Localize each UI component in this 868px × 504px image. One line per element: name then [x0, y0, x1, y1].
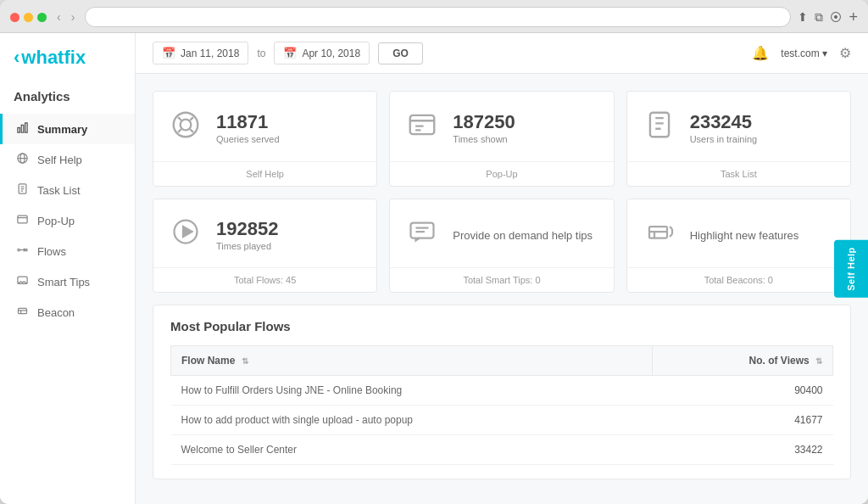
views-cell: 90400 — [653, 376, 833, 406]
stat-info: 192852 Times played — [216, 219, 278, 251]
nav-buttons: ‹ › — [53, 8, 78, 25]
sort-icon: ⇅ — [815, 356, 822, 366]
stat-number: 11871 — [216, 112, 280, 132]
col-flow-name[interactable]: Flow Name ⇅ — [171, 346, 653, 376]
menu-icon[interactable]: ⦿ — [830, 10, 842, 24]
date-from-value: Jan 11, 2018 — [181, 48, 239, 59]
sidebar-item-label: Smart Tips — [37, 276, 90, 288]
stat-label: Times played — [216, 241, 278, 251]
self-help-tab[interactable]: Self Help — [834, 240, 868, 298]
main-wrapper: 📅 Jan 11, 2018 to 📅 Apr 10, 2018 GO 🔔 te… — [136, 33, 868, 504]
beacon-stat-icon — [641, 216, 678, 254]
maximize-button[interactable] — [37, 13, 47, 22]
browser-actions: ⬆ ⧉ ⦿ + — [798, 8, 858, 26]
user-label: test.com ▾ — [781, 48, 827, 59]
user-menu[interactable]: test.com ▾ — [781, 48, 827, 59]
new-tab-button[interactable]: + — [849, 8, 858, 26]
logo-text: whatfix — [21, 47, 86, 69]
table-row: Welcome to Seller Center 33422 — [171, 435, 833, 465]
sidebar-item-label: Self Help — [37, 154, 82, 166]
forward-button[interactable]: › — [68, 8, 79, 25]
svg-marker-34 — [183, 227, 192, 237]
stat-card-footer: Pop-Up — [390, 161, 613, 186]
to-label: to — [257, 48, 265, 59]
svg-line-23 — [190, 129, 193, 132]
stat-label: Times shown — [453, 134, 515, 144]
svg-line-24 — [178, 129, 181, 132]
sidebar-item-task-list[interactable]: Task List — [0, 175, 135, 205]
tips-icon — [16, 274, 29, 289]
svg-point-20 — [181, 120, 192, 131]
date-to-input[interactable]: 📅 Apr 10, 2018 — [274, 42, 370, 64]
stats-row-1: 11871 Queries served Self Help — [153, 91, 851, 187]
views-cell: 41677 — [653, 406, 833, 435]
go-button[interactable]: GO — [378, 42, 423, 64]
stat-card-body: Highlight new features — [627, 199, 850, 267]
main-content: 📅 Jan 11, 2018 to 📅 Apr 10, 2018 GO 🔔 te… — [136, 33, 868, 504]
table-body: How to Fulfill Orders Using JNE - Online… — [171, 376, 833, 465]
play-icon — [167, 216, 204, 254]
stat-info: 187250 Times shown — [453, 112, 515, 144]
col-views[interactable]: No. of Views ⇅ — [653, 346, 833, 376]
close-button[interactable] — [10, 13, 19, 22]
sidebar-item-label: Beacon — [37, 306, 75, 319]
sidebar-item-beacon[interactable]: Beacon — [0, 297, 135, 328]
flow-name-cell: How to add product with single upload - … — [171, 406, 653, 435]
stat-card-body: 11871 Queries served — [153, 92, 376, 161]
section-title: Analytics — [0, 86, 135, 114]
svg-point-19 — [174, 113, 198, 137]
share-icon[interactable]: ⬆ — [798, 10, 808, 24]
svg-rect-0 — [18, 128, 20, 133]
settings-icon[interactable]: ⚙ — [839, 45, 851, 61]
sidebar-item-smart-tips[interactable]: Smart Tips — [0, 266, 135, 297]
svg-rect-35 — [411, 223, 434, 238]
notification-icon[interactable]: 🔔 — [752, 45, 769, 61]
logo: ‹ whatfix — [0, 47, 135, 86]
section-heading: Most Popular Flows — [170, 319, 833, 333]
app-body: ‹ whatfix Analytics Summary Self Help — [0, 33, 868, 504]
action-text-info: Provide on demand help tips — [453, 229, 593, 242]
stat-label: Users in training — [690, 134, 757, 144]
most-popular-section: Most Popular Flows Flow Name ⇅ No. of — [153, 305, 851, 479]
svg-line-22 — [190, 117, 193, 120]
minimize-button[interactable] — [24, 13, 33, 22]
action-text: Provide on demand help tips — [453, 229, 593, 242]
svg-line-43 — [670, 234, 672, 237]
stat-card-footer: Self Help — [153, 161, 376, 186]
svg-rect-29 — [650, 113, 669, 137]
stats-row-2: 192852 Times played Total Flows: 45 — [153, 199, 851, 293]
sidebar-item-self-help[interactable]: Self Help — [0, 144, 135, 175]
action-text-info: Highlight new features — [690, 229, 799, 242]
views-cell: 33422 — [653, 435, 833, 465]
address-bar[interactable] — [85, 7, 791, 27]
back-button[interactable]: ‹ — [53, 8, 64, 25]
popup-card: 187250 Times shown Pop-Up — [389, 91, 614, 187]
sidebar-item-summary[interactable]: Summary — [0, 114, 135, 144]
stat-number: 233245 — [690, 112, 757, 132]
top-bar-right: 🔔 test.com ▾ ⚙ — [752, 45, 851, 61]
table-header: Flow Name ⇅ No. of Views ⇅ — [171, 346, 833, 376]
stat-card-body: Provide on demand help tips — [390, 199, 613, 267]
sidebar-item-label: Pop-Up — [37, 215, 75, 227]
svg-point-12 — [18, 249, 20, 251]
beacon-card: Highlight new features Total Beacons: 0 — [626, 199, 851, 293]
stat-number: 187250 — [453, 112, 515, 132]
lifesaver-icon — [167, 109, 204, 148]
sidebar-item-flows[interactable]: Flows — [0, 236, 135, 266]
sidebar-item-popup[interactable]: Pop-Up — [0, 205, 135, 236]
table-row: How to Fulfill Orders Using JNE - Online… — [171, 376, 833, 406]
stat-card-body: 192852 Times played — [153, 199, 376, 267]
sidebar-item-label: Task List — [37, 184, 81, 197]
top-bar: 📅 Jan 11, 2018 to 📅 Apr 10, 2018 GO 🔔 te… — [136, 33, 868, 74]
stat-number: 192852 — [216, 219, 278, 239]
flows-table: Flow Name ⇅ No. of Views ⇅ — [170, 345, 833, 465]
beacon-icon — [16, 305, 29, 320]
tabs-icon[interactable]: ⧉ — [815, 10, 823, 25]
svg-rect-25 — [410, 115, 435, 134]
task-icon — [16, 182, 29, 198]
self-help-card: 11871 Queries served Self Help — [153, 91, 377, 187]
action-text: Highlight new features — [690, 229, 799, 242]
sidebar-item-label: Flows — [37, 245, 66, 258]
date-from-input[interactable]: 📅 Jan 11, 2018 — [153, 42, 248, 64]
flow-name-cell: Welcome to Seller Center — [171, 435, 653, 465]
